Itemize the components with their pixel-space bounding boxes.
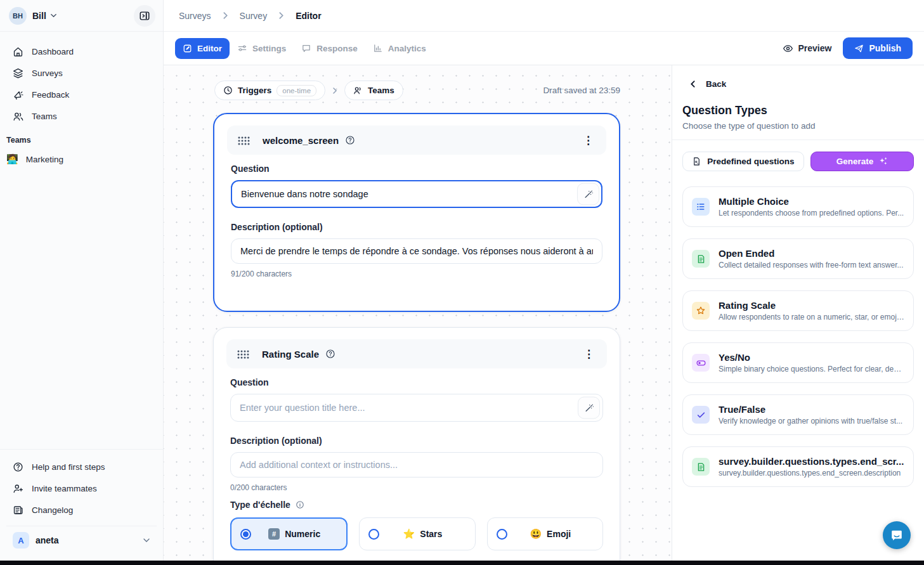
footer-item-label: Invite teammates	[32, 484, 97, 493]
multiple-choice-list-icon	[692, 198, 710, 216]
tab-response[interactable]: Response	[294, 37, 365, 59]
chat-bubble-icon	[890, 528, 904, 542]
triggers-chip[interactable]: Triggers one-time	[214, 81, 325, 100]
tab-settings[interactable]: Settings	[230, 37, 294, 59]
drag-handle-icon[interactable]	[237, 136, 250, 145]
paper-plane-icon	[854, 44, 864, 53]
question-circle-icon	[13, 462, 23, 472]
eye-icon	[783, 43, 793, 54]
sidebar-item-feedback[interactable]: Feedback	[6, 84, 157, 105]
account-menu[interactable]: A aneta	[6, 526, 157, 551]
back-button[interactable]: Back	[672, 65, 924, 89]
radio-unselected	[497, 529, 507, 540]
document-icon	[692, 458, 710, 476]
question-types-panel: Back Question Types Choose the type of q…	[672, 65, 924, 561]
ai-wand-button[interactable]	[578, 397, 600, 419]
tab-analytics[interactable]: Analytics	[365, 37, 434, 59]
sidebar-item-help[interactable]: Help and first steps	[6, 456, 157, 477]
question-card-header: welcome_screen ⋮	[227, 126, 606, 155]
type-description: Simple binary choice questions. Perfect …	[719, 365, 904, 373]
clock-icon	[223, 86, 233, 95]
back-label: Back	[706, 79, 726, 89]
help-icon[interactable]	[345, 135, 355, 145]
generate-button[interactable]: Generate	[810, 152, 914, 171]
numeric-keycap-icon: #	[268, 528, 280, 540]
star-icon	[692, 302, 710, 320]
sidebar-item-invite[interactable]: Invite teammates	[6, 477, 157, 499]
team-label: Marketing	[26, 155, 63, 164]
tab-label: Settings	[252, 44, 286, 53]
description-field-label: Description (optional)	[231, 222, 602, 232]
panel-collapse-icon	[139, 10, 150, 22]
breadcrumb-editor: Editor	[296, 11, 321, 21]
account-avatar: A	[13, 532, 29, 549]
type-title: survey.builder.questions.types.end_scr..…	[719, 456, 904, 467]
canvas-chips-row: Triggers one-time Teams Draft saved at 2…	[214, 81, 620, 100]
help-icon[interactable]	[325, 349, 335, 359]
question-card-title: Rating Scale	[262, 349, 319, 360]
sidebar-item-changelog[interactable]: Changelog	[6, 499, 157, 521]
preview-label: Preview	[798, 43, 832, 53]
type-card-multiple-choice[interactable]: Multiple Choice Let respondents choose f…	[682, 186, 914, 227]
description-input[interactable]	[230, 452, 603, 477]
question-types-list: Multiple Choice Let respondents choose f…	[672, 175, 924, 487]
card-menu-kebab-icon[interactable]: ⋮	[580, 346, 598, 362]
scale-option-numeric[interactable]: # Numeric	[230, 517, 348, 550]
workspace-name[interactable]: Bill	[32, 11, 46, 21]
char-count: 91/200 characters	[231, 270, 602, 278]
question-title-input[interactable]	[230, 394, 603, 422]
breadcrumb-surveys[interactable]: Surveys	[179, 11, 211, 21]
changelog-icon	[13, 505, 23, 516]
sidebar-item-surveys[interactable]: Surveys	[6, 62, 157, 84]
type-card-rating-scale[interactable]: Rating Scale Allow respondents to rate o…	[682, 290, 914, 331]
type-description: Let respondents choose from predefined o…	[719, 209, 904, 218]
footer-item-label: Changelog	[32, 505, 73, 515]
sidebar-item-teams[interactable]: Teams	[6, 105, 157, 127]
predefined-questions-label: Predefined questions	[707, 157, 794, 166]
ai-wand-button[interactable]	[577, 183, 599, 205]
chevron-right-icon	[331, 87, 339, 94]
question-title-input[interactable]	[231, 180, 602, 208]
question-card-rating-scale[interactable]: Rating Scale ⋮ Question Description (opt…	[213, 327, 620, 561]
workspace-avatar: BH	[9, 7, 27, 25]
draft-status: Draft saved at 23:59	[543, 86, 620, 95]
scale-option-stars[interactable]: ⭐ Stars	[359, 517, 475, 550]
sidebar-collapse-button[interactable]	[134, 5, 155, 27]
toggle-icon	[692, 354, 710, 372]
breadcrumb: Surveys Survey Editor	[164, 0, 924, 32]
star-emoji-icon: ⭐	[403, 528, 415, 540]
tab-editor[interactable]: Editor	[175, 38, 230, 59]
type-description: Verify knowledge or gather opinions with…	[719, 417, 902, 425]
chevron-right-icon	[221, 11, 230, 20]
tab-label: Analytics	[388, 44, 426, 53]
builder-canvas[interactable]: Triggers one-time Teams Draft saved at 2…	[164, 65, 672, 561]
drag-handle-icon[interactable]	[237, 349, 249, 359]
chat-launcher-button[interactable]	[883, 521, 911, 549]
description-input[interactable]	[231, 238, 602, 264]
document-icon	[692, 250, 710, 268]
generate-label: Generate	[836, 157, 874, 166]
scale-option-label: Emoji	[547, 529, 571, 539]
preview-button[interactable]: Preview	[783, 43, 832, 54]
magic-wand-icon	[584, 403, 594, 413]
home-icon	[13, 46, 23, 57]
type-card-true-false[interactable]: True/False Verify knowledge or gather op…	[682, 394, 914, 435]
workspace-header: BH Bill	[0, 0, 163, 32]
type-card-yes-no[interactable]: Yes/No Simple binary choice questions. P…	[682, 342, 914, 383]
breadcrumb-survey[interactable]: Survey	[240, 11, 268, 21]
teams-chip[interactable]: Teams	[344, 81, 403, 100]
card-menu-kebab-icon[interactable]: ⋮	[579, 133, 597, 148]
scale-option-emoji[interactable]: 😃 Emoji	[487, 517, 603, 550]
type-card-end-screen[interactable]: survey.builder.questions.types.end_scr..…	[682, 446, 914, 487]
type-card-open-ended[interactable]: Open Ended Collect detailed responses wi…	[682, 238, 914, 279]
predefined-questions-button[interactable]: Predefined questions	[682, 152, 804, 171]
question-card-welcome-screen[interactable]: welcome_screen ⋮ Question Description (o…	[213, 113, 620, 312]
chevron-down-icon	[50, 12, 57, 19]
type-title: Rating Scale	[719, 300, 904, 311]
magic-wand-icon	[583, 189, 594, 199]
chevron-down-icon	[143, 536, 150, 544]
sidebar-item-dashboard[interactable]: Dashboard	[6, 41, 157, 62]
publish-button[interactable]: Publish	[843, 37, 913, 59]
question-card-header: Rating Scale ⋮	[226, 339, 607, 368]
sidebar-item-marketing[interactable]: 🧑‍💻 Marketing	[0, 148, 163, 170]
